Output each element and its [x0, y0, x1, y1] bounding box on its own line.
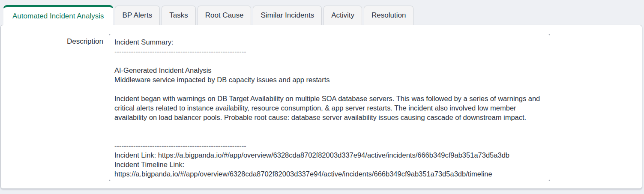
tab-similar-incidents[interactable]: Similar Incidents: [253, 6, 322, 25]
description-field-row: Description Incident Summary: ----------…: [1, 25, 642, 181]
description-label: Description: [1, 34, 109, 46]
tab-label: Resolution: [371, 11, 406, 20]
incident-detail-page: Automated Incident Analysis BP Alerts Ta…: [0, 0, 644, 194]
content-panel: Description Incident Summary: ----------…: [0, 25, 642, 189]
tab-tasks[interactable]: Tasks: [162, 6, 195, 25]
tab-bar: Automated Incident Analysis BP Alerts Ta…: [0, 0, 644, 25]
tab-root-cause[interactable]: Root Cause: [198, 6, 252, 25]
tab-label: BP Alerts: [123, 11, 153, 20]
tab-resolution[interactable]: Resolution: [364, 6, 413, 25]
description-textarea[interactable]: Incident Summary: ----------------------…: [109, 34, 550, 181]
tab-label: Activity: [331, 11, 354, 20]
tab-activity[interactable]: Activity: [323, 6, 362, 25]
tab-label: Automated Incident Analysis: [12, 12, 104, 21]
tab-label: Similar Incidents: [261, 11, 314, 20]
tab-label: Root Cause: [205, 11, 244, 20]
tab-bp-alerts[interactable]: BP Alerts: [115, 6, 160, 25]
tab-label: Tasks: [169, 11, 188, 20]
tab-automated-incident-analysis[interactable]: Automated Incident Analysis: [3, 5, 113, 25]
